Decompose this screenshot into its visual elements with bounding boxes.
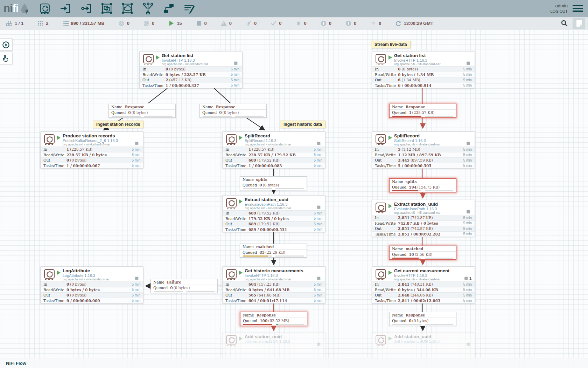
current-user: admin — [550, 3, 568, 9]
output-port-toolbar-icon[interactable] — [80, 2, 92, 14]
processor-stats: In5(1.12 MB)5 minRead/Write1.12 MB / 897… — [372, 146, 475, 168]
stopped-icon — [196, 20, 202, 26]
stat-value: 1 / 00:00:00.337 — [166, 83, 231, 88]
queued-key: Queued — [392, 252, 406, 257]
connection-label[interactable]: Name Response Queued 0(0 bytes) — [389, 312, 456, 326]
queued-key: Queued — [153, 286, 168, 290]
input-port-toolbar-icon[interactable] — [59, 2, 71, 14]
operate-palette-button[interactable] — [0, 52, 12, 64]
stat-window: 5 min — [314, 158, 322, 162]
template-toolbar-icon[interactable] — [163, 2, 175, 14]
not-transmitting-stat: 0 — [144, 20, 154, 26]
canvas-label[interactable]: Ingest historic data — [280, 121, 326, 128]
size-backpressure-bar — [275, 255, 304, 257]
logo-text-ni: ni — [4, 2, 13, 15]
name-key: Name — [243, 245, 254, 249]
processor[interactable]: Produce station records PublishKafkaReco… — [40, 131, 144, 169]
connection-name-row: Name splits — [390, 179, 456, 184]
connection-queued-row: Queued 0(0 bytes) — [109, 110, 175, 115]
processor[interactable]: LogAttribute LogAttribute 1.16.3 org.apa… — [40, 266, 144, 304]
remote-process-group-toolbar-icon[interactable] — [121, 2, 133, 14]
funnel-toolbar-icon[interactable] — [142, 2, 154, 14]
size-backpressure-bar — [425, 190, 454, 191]
connection-label[interactable]: Name matched Queued 85(22.29 KB) — [240, 244, 307, 258]
stat-value: 0(0 bytes) — [66, 293, 132, 297]
connection-name: Response — [257, 313, 276, 317]
connection-label[interactable]: Name matched Queued 10(2.56 KB) — [389, 246, 456, 260]
processor-header: Extract station_uuid EvaluateJsonPath 1.… — [223, 196, 325, 210]
navigate-palette-button[interactable] — [0, 39, 12, 51]
processor[interactable]: SplitRecord SplitRecord 1.16.3 org.apach… — [372, 131, 475, 169]
queued-key: Queued — [392, 185, 406, 189]
stat-window: 5 min — [314, 222, 322, 226]
connection-label[interactable]: Name splits Queued 0(0 bytes) — [240, 176, 307, 190]
canvas-label[interactable]: Stream live-data — [371, 41, 411, 48]
refresh-clock[interactable]: 13:00:29 GMT — [395, 20, 433, 26]
processor-header: Get station list InvokeHTTP 1.16.3 org.a… — [140, 52, 242, 66]
refresh-icon[interactable] — [395, 20, 401, 26]
processor-name: Add station_uuid — [245, 334, 315, 339]
processor[interactable]: Get station list InvokeHTTP 1.16.3 org.a… — [139, 51, 243, 88]
stat-value: 6 / 00:00:00.914 — [398, 83, 463, 88]
threads-grid-icon: ▦ — [467, 342, 470, 346]
object-backpressure-bar — [112, 116, 141, 117]
processor-stats: In0(0 bytes)5 minRead/Write0 bytes / 228… — [140, 66, 242, 88]
nifi-logo: nifi — [0, 0, 35, 17]
breadcrumb[interactable]: NiFi Flow — [6, 361, 26, 366]
processor-stamp-icon — [375, 53, 387, 67]
up-to-date-stat: 0 — [271, 20, 281, 26]
processor[interactable]: Extract station_uuid EvaluateJsonPath 1.… — [372, 200, 475, 237]
stat-row: Out2(457.13 KB)5 min — [140, 77, 242, 83]
processor[interactable]: SplitRecord SplitRecord 1.16.3 org.apach… — [222, 131, 326, 169]
processor-stats: In0(0 bytes)5 minRead/Write0 bytes / 1.3… — [372, 66, 475, 88]
process-group-toolbar-icon[interactable] — [101, 2, 113, 14]
stat-row: Out2,851(742.87 KB)5 min — [372, 226, 475, 231]
processor-type: InvokeHTTP 1.16.3 — [162, 58, 232, 62]
label-toolbar-icon[interactable] — [183, 2, 195, 14]
object-backpressure-bar — [243, 255, 272, 257]
name-key: Name — [243, 177, 254, 182]
stat-label: Out — [375, 293, 398, 297]
stat-row: In2,851(742.87 KB)5 min — [372, 215, 475, 220]
queued-key: Queued — [392, 110, 406, 115]
connection-label[interactable]: Name Failure Queued 0(0 bytes) — [150, 279, 218, 293]
processor[interactable]: Get current measurement InvokeHTTP 1.16.… — [372, 266, 475, 304]
search-icon[interactable] — [559, 19, 569, 28]
canvas-label[interactable]: Ingest station records — [93, 121, 144, 128]
stat-label: In — [375, 67, 398, 71]
logout-link[interactable]: LOG OUT — [550, 9, 568, 14]
processor-bundle: org.apache.nifi - nifi-standard-nar — [162, 62, 232, 66]
connection-label[interactable]: Name Response Queued 0(0 bytes) — [200, 104, 267, 118]
threads-grid-icon: ▦ — [317, 276, 321, 280]
processor[interactable]: Extract station_uuid EvaluateJsonPath 1.… — [222, 195, 326, 232]
connection-label[interactable]: Name Response Queued 1(228.57 KB) — [389, 104, 456, 118]
processor-header: Get current measurement InvokeHTTP 1.16.… — [372, 267, 475, 281]
active-threads-badge: ▦ — [467, 209, 471, 214]
stat-row: Out0(0 bytes)5 min — [41, 292, 143, 298]
connection-name: Response — [216, 105, 236, 109]
stat-row: In0(0 bytes)5 min — [372, 66, 475, 72]
processor-name: Produce station records — [63, 133, 133, 138]
connection-label[interactable]: Name Response Queued 100(62.52 MB) — [240, 312, 307, 326]
stat-window: 5 min — [132, 158, 140, 162]
processor[interactable]: Get station list InvokeHTTP 1.16.3 org.a… — [372, 51, 475, 88]
processor[interactable]: Get historic measurements InvokeHTTP 1.1… — [222, 266, 326, 304]
processor-bundle: org.apache.nifi - nifi-standard-nar — [63, 278, 133, 281]
backpressure-bars — [240, 188, 307, 190]
processor-stamp-icon — [225, 268, 237, 282]
connection-label[interactable]: Name Response Queued 0(0 bytes) — [108, 104, 176, 118]
global-menu-icon[interactable] — [573, 5, 583, 12]
stat-value: 1.12 MB / 897.59 KB — [398, 153, 463, 157]
note-panel-button[interactable] — [573, 18, 585, 29]
stat-window: 5 min — [463, 67, 472, 71]
connection-label[interactable]: Name splits Queued 594(154.73 KB) — [389, 178, 456, 192]
threads-grid-icon: ▦ — [317, 205, 321, 209]
size-backpressure-bar — [425, 116, 454, 117]
stat-label: Out — [225, 293, 248, 297]
warning-triangle-icon — [221, 20, 227, 26]
connection-queued-row: Queued 1(228.57 KB) — [390, 110, 456, 115]
processor-toolbar-icon[interactable] — [39, 2, 51, 14]
queued-value: 0(0 bytes) — [219, 110, 239, 115]
run-status-icon — [388, 336, 392, 341]
queued-value: 0(0 bytes) — [409, 319, 428, 323]
